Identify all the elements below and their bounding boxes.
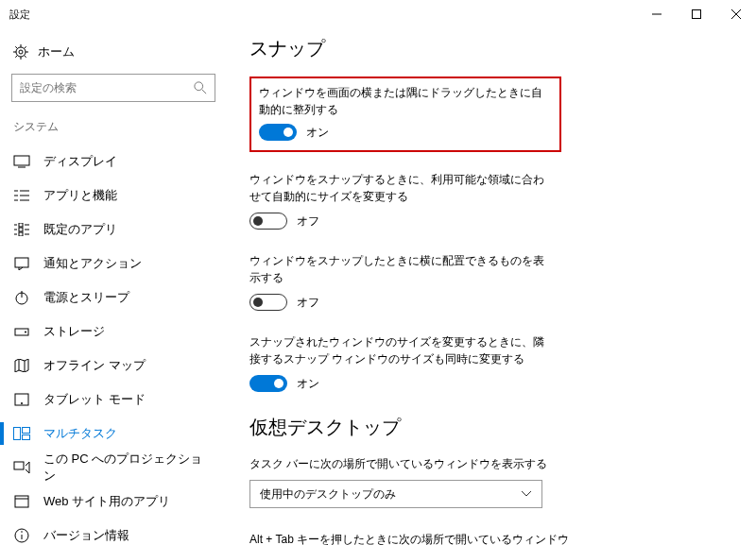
titlebar: 設定 [0, 0, 756, 28]
home-button[interactable]: ホーム [0, 38, 227, 74]
default-apps-icon [13, 221, 30, 238]
snap4-state: オン [297, 376, 319, 392]
snap1-state: オン [306, 125, 329, 141]
window-controls [637, 0, 756, 28]
chevron-down-icon [521, 490, 532, 498]
snap2-toggle[interactable] [249, 213, 287, 230]
snap4-label: スナップされたウィンドウのサイズを変更するときに、隣接するスナップ ウィンドウの… [249, 333, 552, 367]
vd1-value: 使用中のデスクトップのみ [260, 486, 396, 502]
section-label: システム [0, 115, 227, 145]
power-icon [13, 289, 30, 306]
snap2-state: オフ [297, 213, 319, 230]
svg-rect-1 [693, 10, 701, 19]
storage-icon [13, 323, 30, 340]
svg-rect-44 [23, 435, 30, 440]
nav-projecting[interactable]: この PC へのプロジェクション [0, 451, 227, 485]
search-icon [194, 81, 207, 94]
svg-line-10 [15, 46, 17, 48]
svg-line-12 [25, 46, 26, 48]
heading-virtual-desktop: 仮想デスクトップ [249, 415, 728, 440]
close-button[interactable] [716, 0, 756, 28]
snap3-state: オフ [297, 295, 319, 311]
display-icon [13, 153, 30, 170]
sidebar: ホーム システム ディスプレイ アプリと機能 既定のアプリ 通知とアクション 電… [0, 28, 227, 545]
nav-storage[interactable]: ストレージ [0, 315, 227, 349]
home-label: ホーム [38, 43, 75, 60]
snap3-label: ウィンドウをスナップしたときに横に配置できるものを表示する [249, 252, 552, 286]
search-input[interactable] [20, 81, 194, 94]
search-box[interactable] [11, 74, 215, 102]
vd1-combobox[interactable]: 使用中のデスクトップのみ [249, 480, 542, 508]
vd2-label: Alt + Tab キーを押したときに次の場所で開いているウィンドウを表示する [249, 531, 571, 545]
svg-rect-29 [19, 232, 23, 236]
apps-icon [13, 187, 30, 204]
svg-point-5 [19, 50, 23, 54]
nav-tablet-mode[interactable]: タブレット モード [0, 383, 227, 417]
snap4-toggle[interactable] [249, 375, 287, 392]
svg-rect-43 [23, 428, 30, 434]
svg-point-41 [21, 402, 23, 404]
tablet-icon [13, 391, 30, 408]
svg-rect-27 [19, 223, 23, 227]
notifications-icon [13, 255, 30, 272]
nav-display[interactable]: ディスプレイ [0, 145, 227, 179]
svg-point-37 [25, 332, 26, 333]
snap1-toggle[interactable] [259, 124, 297, 141]
svg-rect-28 [19, 228, 23, 231]
svg-rect-45 [14, 462, 24, 469]
svg-rect-33 [15, 258, 28, 267]
snap2-label: ウィンドウをスナップするときに、利用可能な領域に合わせて自動的にサイズを変更する [249, 171, 552, 205]
nav-about[interactable]: バージョン情報 [0, 519, 227, 545]
heading-snap: スナップ [249, 36, 728, 61]
nav-default-apps[interactable]: 既定のアプリ [0, 213, 227, 247]
nav-apps[interactable]: アプリと機能 [0, 179, 227, 213]
project-icon [13, 459, 30, 476]
maximize-button[interactable] [677, 0, 716, 28]
website-icon [13, 493, 30, 510]
svg-line-13 [15, 56, 17, 58]
svg-rect-46 [15, 496, 28, 507]
vd1-label: タスク バーに次の場所で開いているウィンドウを表示する [249, 455, 571, 472]
nav-notifications[interactable]: 通知とアクション [0, 247, 227, 281]
nav-power[interactable]: 電源とスリープ [0, 281, 227, 315]
svg-point-14 [195, 82, 203, 91]
svg-line-15 [202, 90, 206, 94]
svg-line-11 [25, 56, 26, 58]
svg-point-50 [21, 531, 23, 533]
svg-rect-42 [14, 428, 21, 440]
snap1-label: ウィンドウを画面の横または隅にドラッグしたときに自動的に整列する [259, 84, 552, 118]
nav-multitasking[interactable]: マルチタスク [0, 417, 227, 451]
highlighted-setting: ウィンドウを画面の横または隅にドラッグしたときに自動的に整列する オン [249, 77, 561, 152]
map-icon [13, 357, 30, 374]
content-area: スナップ ウィンドウを画面の横または隅にドラッグしたときに自動的に整列する オン… [227, 28, 756, 545]
gear-icon [13, 44, 28, 60]
minimize-button[interactable] [637, 0, 677, 28]
info-icon [13, 527, 30, 544]
nav-website-apps[interactable]: Web サイト用のアプリ [0, 485, 227, 519]
nav-offline-maps[interactable]: オフライン マップ [0, 349, 227, 383]
window-title: 設定 [9, 8, 30, 22]
multitasking-icon [13, 425, 30, 442]
svg-rect-16 [14, 156, 29, 165]
snap3-toggle[interactable] [249, 294, 287, 311]
